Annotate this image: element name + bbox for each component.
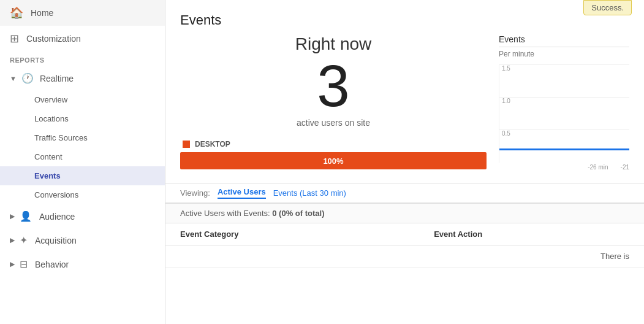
chart-gridline-1: 1.5: [499, 64, 629, 72]
right-now-heading: Right now: [180, 34, 487, 54]
sidebar-item-acquisition[interactable]: ▶ ✦ Acquisition: [0, 228, 165, 252]
chart-blue-line: [499, 148, 629, 150]
active-users-bar: Active Users with Events: 0 (0% of total…: [165, 204, 644, 223]
progress-bar-fill: 100%: [180, 152, 487, 169]
chart-gridline-3: 0.5: [499, 129, 629, 137]
chart-gridline-2: 1.0: [499, 97, 629, 104]
sidebar-item-home[interactable]: 🏠 Home: [0, 0, 165, 26]
events-table: Event Category Event Action There is: [165, 223, 644, 268]
reports-label: REPORTS: [0, 52, 165, 66]
chevron-right-icon: ▶: [10, 260, 15, 268]
sidebar: 🏠 Home ⊞ Customization REPORTS ▼ 🕐 Realt…: [0, 0, 165, 324]
sidebar-item-overview[interactable]: Overview: [0, 90, 165, 109]
active-users-number: 3: [180, 56, 487, 115]
chart-time-labels: -26 min -21: [499, 163, 629, 171]
table-area: Active Users with Events: 0 (0% of total…: [165, 202, 644, 268]
events-chart-panel: Events Per minute 1.5 1.0 0.5 -26 min -2…: [487, 34, 629, 171]
success-toast: Success.: [583, 0, 632, 15]
realtime-icon: 🕐: [21, 72, 34, 84]
active-users-label: active users on site: [180, 118, 487, 128]
audience-icon: 👤: [20, 210, 32, 222]
chevron-right-icon: ▶: [10, 212, 15, 220]
acquisition-icon: ✦: [20, 234, 28, 246]
viewing-label: Viewing:: [180, 188, 210, 198]
chevron-right-icon: ▶: [10, 236, 15, 244]
customization-icon: ⊞: [10, 32, 19, 45]
no-data-text: There is: [165, 245, 644, 268]
right-now-widget: Right now 3 active users on site DESKTOP…: [180, 34, 487, 169]
table-row: There is: [165, 245, 644, 268]
right-now-section: Right now 3 active users on site DESKTOP…: [165, 34, 644, 177]
progress-bar-container: 100%: [180, 152, 487, 169]
chevron-down-icon: ▼: [10, 75, 17, 82]
sidebar-item-locations[interactable]: Locations: [0, 109, 165, 128]
realtime-sub-items: Overview Locations Traffic Sources Conte…: [0, 90, 165, 204]
col-event-action: Event Action: [419, 223, 644, 245]
viewing-active-users-link[interactable]: Active Users: [218, 187, 266, 199]
sidebar-item-behavior[interactable]: ▶ ⊟ Behavior: [0, 252, 165, 276]
events-panel-title: Events: [499, 34, 629, 47]
sidebar-item-audience[interactable]: ▶ 👤 Audience: [0, 204, 165, 228]
sidebar-item-customization[interactable]: ⊞ Customization: [0, 26, 165, 52]
viewing-bar: Viewing: Active Users Events (Last 30 mi…: [165, 183, 644, 202]
sidebar-item-traffic-sources[interactable]: Traffic Sources: [0, 128, 165, 147]
events-panel-subtitle: Per minute: [499, 50, 629, 58]
behavior-icon: ⊟: [20, 258, 28, 270]
chart-area: 1.5 1.0 0.5: [499, 64, 629, 163]
device-label: DESKTOP: [180, 140, 487, 148]
home-icon: 🏠: [10, 6, 23, 20]
main-content: Events Right now 3 active users on site …: [165, 0, 644, 324]
device-color-dot: [183, 141, 190, 148]
viewing-events-link[interactable]: Events (Last 30 min): [273, 188, 346, 198]
col-event-category: Event Category: [165, 223, 419, 245]
sidebar-item-content[interactable]: Content: [0, 147, 165, 166]
page-title: Events: [165, 0, 644, 34]
sidebar-item-conversions[interactable]: Conversions: [0, 185, 165, 204]
active-users-count: 0 (0% of total): [272, 209, 324, 218]
sidebar-item-realtime[interactable]: ▼ 🕐 Realtime: [0, 66, 165, 90]
sidebar-item-events[interactable]: Events: [0, 166, 165, 185]
